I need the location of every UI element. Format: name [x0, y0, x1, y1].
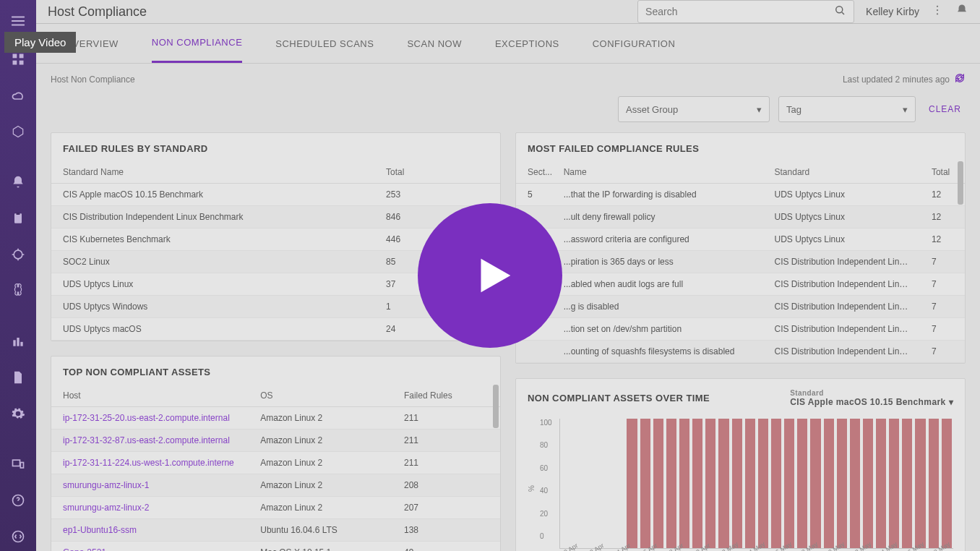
- chart-bar[interactable]: [784, 419, 794, 548]
- col-total[interactable]: Total: [374, 161, 500, 184]
- chart-bar[interactable]: [705, 419, 715, 548]
- col-os[interactable]: OS: [249, 385, 392, 407]
- most-failed-table: Sect... Name Standard Total 5...that the…: [516, 161, 965, 363]
- table-cell: 208: [392, 474, 500, 497]
- play-video-badge[interactable]: Play Video: [4, 32, 76, 53]
- chart-bar[interactable]: [758, 419, 768, 548]
- chart-bar[interactable]: [771, 419, 781, 548]
- tab-exceptions[interactable]: EXCEPTIONS: [495, 25, 559, 62]
- table-row[interactable]: ep1-Ubuntu16-ssmUbuntu 16.04.6 LTS138: [51, 519, 500, 542]
- chart-bar[interactable]: [889, 419, 899, 548]
- table-row[interactable]: ...ounting of squashfs filesystems is di…: [516, 341, 965, 363]
- clear-button[interactable]: CLEAR: [924, 104, 966, 114]
- bell-icon[interactable]: [0, 168, 36, 197]
- chart-bar[interactable]: [902, 419, 912, 548]
- chart-bar[interactable]: [837, 419, 847, 548]
- table-row[interactable]: ...assword criteria are configuredUDS Up…: [516, 228, 965, 251]
- brain-icon[interactable]: [0, 276, 36, 305]
- scrollbar[interactable]: [493, 385, 499, 551]
- tab-scheduled-scans[interactable]: SCHEDULED SCANS: [275, 25, 374, 62]
- tab-non-compliance[interactable]: NON COMPLIANCE: [152, 24, 242, 63]
- chart-bar[interactable]: [692, 419, 702, 548]
- chart-bar[interactable]: [929, 419, 939, 548]
- table-row[interactable]: ip-172-31-25-20.us-east-2.compute.intern…: [51, 407, 500, 430]
- target-icon[interactable]: [0, 240, 36, 269]
- chevron-down-icon: ▾: [757, 104, 762, 115]
- table-row[interactable]: ip-172-31-11-224.us-west-1.compute.inter…: [51, 452, 500, 474]
- chart-bar[interactable]: [679, 419, 689, 548]
- table-row[interactable]: smurungu-amz-linux-2Amazon Linux 2207: [51, 497, 500, 519]
- search-input[interactable]: [645, 6, 833, 17]
- chart-bar[interactable]: [942, 419, 952, 548]
- file-icon[interactable]: [0, 363, 36, 392]
- devices-icon[interactable]: [0, 450, 36, 479]
- kubernetes-icon[interactable]: [0, 117, 36, 146]
- code-icon[interactable]: [0, 522, 36, 551]
- table-cell: Amazon Linux 2: [249, 430, 392, 452]
- help-icon[interactable]: [0, 486, 36, 515]
- chart-bar[interactable]: [640, 419, 650, 548]
- page-title: Host Compliance: [48, 4, 626, 20]
- chart-bar[interactable]: [745, 419, 755, 548]
- chart-bar[interactable]: [810, 419, 820, 548]
- clipboard-icon[interactable]: [0, 204, 36, 233]
- chart-bar[interactable]: [797, 419, 807, 548]
- chart-bar[interactable]: [627, 419, 637, 548]
- notifications-icon[interactable]: [955, 4, 968, 20]
- play-button[interactable]: [418, 203, 562, 348]
- chart-bar[interactable]: [653, 419, 663, 548]
- chart-bar[interactable]: [666, 419, 676, 548]
- table-row[interactable]: UDS Uptycs macOS24: [51, 318, 500, 341]
- table-row[interactable]: ip-172-31-32-87.us-east-2.compute.intern…: [51, 430, 500, 452]
- sync-icon[interactable]: [954, 72, 966, 86]
- table-row[interactable]: CIS Distribution Independent Linux Bench…: [51, 206, 500, 228]
- standard-select[interactable]: Standard CIS Apple macOS 10.15 Benchmark…: [790, 389, 953, 407]
- tab-configuration[interactable]: CONFIGURATION: [593, 25, 676, 62]
- svg-rect-0: [13, 54, 17, 59]
- table-row[interactable]: ...tion set on /dev/shm partitionCIS Dis…: [516, 318, 965, 341]
- scrollbar[interactable]: [958, 161, 963, 363]
- y-tick: 100: [540, 419, 552, 427]
- cloud-icon[interactable]: [0, 81, 36, 110]
- chart-body: % 100806040200 20 Apr22 Apr24 Apr26 Apr2…: [516, 414, 965, 551]
- chart-bar[interactable]: [850, 419, 860, 548]
- table-row[interactable]: ...ult deny firewall policyUDS Uptycs Li…: [516, 206, 965, 228]
- user-name[interactable]: Kelley Kirby: [866, 6, 919, 17]
- table-row[interactable]: 5...that the IP forwarding is disabledUD…: [516, 184, 965, 206]
- col-failed[interactable]: Failed Rules: [392, 385, 500, 407]
- col-standard[interactable]: Standard Name: [51, 161, 374, 184]
- table-cell: ip-172-31-11-224.us-west-1.compute.inter…: [51, 452, 249, 474]
- most-failed-card: MOST FAILED COMPLIANCE RULES Sect... Nam…: [515, 132, 966, 364]
- card-title: TOP NON COMPLIANT ASSETS: [51, 356, 500, 385]
- chart-bar[interactable]: [915, 419, 925, 548]
- col-standard[interactable]: Standard: [763, 161, 920, 184]
- chart-bar[interactable]: [876, 419, 886, 548]
- col-name[interactable]: Name: [552, 161, 763, 184]
- col-host[interactable]: Host: [51, 385, 249, 407]
- col-sect[interactable]: Sect...: [516, 161, 552, 184]
- chart-bar[interactable]: [863, 419, 873, 548]
- table-row[interactable]: smurungu-amz-linux-1Amazon Linux 2208: [51, 474, 500, 497]
- gear-icon[interactable]: [0, 399, 36, 428]
- search-icon[interactable]: [833, 4, 846, 20]
- table-row[interactable]: ...g is disabledCIS Distribution Indepen…: [516, 296, 965, 318]
- kebab-icon[interactable]: [931, 4, 944, 20]
- svg-point-15: [836, 7, 843, 13]
- table-row[interactable]: Gane-2521Mac OS X 10.15.149: [51, 542, 500, 552]
- report-icon[interactable]: [0, 327, 36, 356]
- tag-select[interactable]: Tag ▾: [778, 96, 916, 122]
- search-box[interactable]: [637, 0, 854, 23]
- table-row[interactable]: CIS Apple macOS 10.15 Benchmark253: [51, 184, 500, 206]
- asset-group-label: Asset Group: [626, 104, 757, 115]
- chart-bar[interactable]: [732, 419, 742, 548]
- svg-point-14: [13, 531, 24, 542]
- standard-label: Standard: [790, 389, 824, 397]
- table-row[interactable]: ...abled when audit logs are fullCIS Dis…: [516, 273, 965, 296]
- chart-bar[interactable]: [824, 419, 834, 548]
- asset-group-select[interactable]: Asset Group ▾: [618, 96, 770, 122]
- table-cell: UDS Uptycs Linux: [763, 184, 920, 206]
- table-row[interactable]: ...piration is 365 days or lessCIS Distr…: [516, 251, 965, 273]
- chart-bar[interactable]: [718, 419, 728, 548]
- tab-scan-now[interactable]: SCAN NOW: [407, 25, 462, 62]
- card-title: FAILED RULES BY STANDARD: [51, 133, 500, 161]
